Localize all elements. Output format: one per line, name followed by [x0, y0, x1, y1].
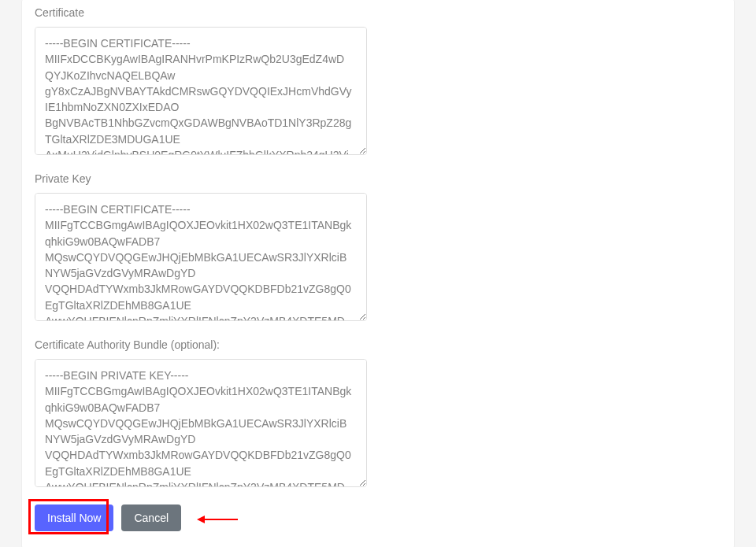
- install-now-button[interactable]: Install Now: [35, 504, 113, 531]
- certificate-textarea-wrapper: [35, 27, 721, 158]
- private-key-label: Private Key: [35, 172, 721, 185]
- ca-bundle-label: Certificate Authority Bundle (optional):: [35, 338, 721, 351]
- cancel-button[interactable]: Cancel: [121, 504, 181, 531]
- ca-bundle-field-group: Certificate Authority Bundle (optional):: [35, 338, 721, 490]
- ca-bundle-textarea[interactable]: [35, 359, 367, 487]
- private-key-textarea-wrapper: [35, 193, 721, 324]
- ca-bundle-textarea-wrapper: [35, 359, 721, 490]
- certificate-textarea[interactable]: [35, 27, 367, 155]
- private-key-textarea[interactable]: [35, 193, 367, 321]
- form-container: Certificate Private Key Certificate Auth…: [21, 0, 735, 547]
- svg-marker-1: [197, 516, 205, 523]
- button-row: Install Now Cancel: [35, 504, 721, 531]
- certificate-label: Certificate: [35, 6, 721, 19]
- certificate-field-group: Certificate: [35, 6, 721, 158]
- annotation-arrow-icon: [197, 516, 238, 523]
- private-key-field-group: Private Key: [35, 172, 721, 324]
